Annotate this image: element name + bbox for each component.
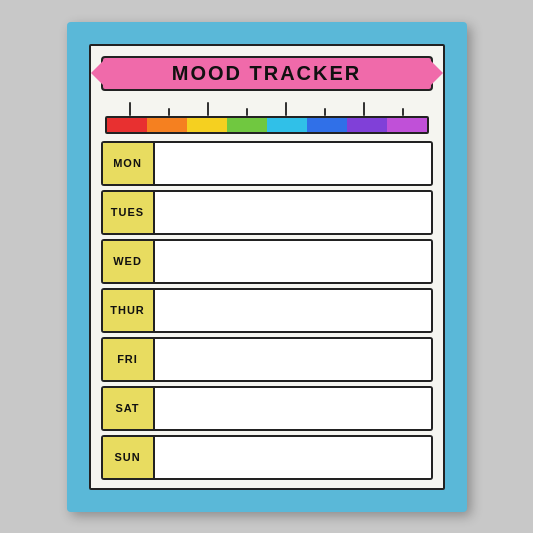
tick-6 — [324, 108, 326, 116]
scale-area — [105, 98, 429, 134]
blue-border: MOOD TRACKER MON TUES — [67, 22, 467, 512]
tick-4 — [246, 108, 248, 116]
banner: MOOD TRACKER — [101, 56, 433, 91]
day-row-thur: THUR — [101, 288, 433, 333]
day-content-fri[interactable] — [155, 339, 431, 380]
day-content-tues[interactable] — [155, 192, 431, 233]
day-label-tues: TUES — [103, 192, 155, 233]
tick-5 — [285, 102, 287, 116]
tick-3 — [207, 102, 209, 116]
day-content-sat[interactable] — [155, 388, 431, 429]
day-row-fri: FRI — [101, 337, 433, 382]
tick-8 — [402, 108, 404, 116]
day-row-tues: TUES — [101, 190, 433, 235]
day-content-sun[interactable] — [155, 437, 431, 478]
day-label-sun: SUN — [103, 437, 155, 478]
tick-2 — [168, 108, 170, 116]
day-label-mon: MON — [103, 143, 155, 184]
tracker-card: MOOD TRACKER MON TUES — [89, 44, 445, 490]
day-content-thur[interactable] — [155, 290, 431, 331]
day-label-thur: THUR — [103, 290, 155, 331]
day-row-sat: SAT — [101, 386, 433, 431]
tracker-title: MOOD TRACKER — [172, 62, 362, 84]
tick-7 — [363, 102, 365, 116]
day-row-wed: WED — [101, 239, 433, 284]
day-label-fri: FRI — [103, 339, 155, 380]
rainbow-bar — [105, 116, 429, 134]
day-row-mon: MON — [101, 141, 433, 186]
day-content-wed[interactable] — [155, 241, 431, 282]
day-content-mon[interactable] — [155, 143, 431, 184]
tick-row — [105, 98, 429, 116]
day-label-wed: WED — [103, 241, 155, 282]
tick-1 — [129, 102, 131, 116]
day-row-sun: SUN — [101, 435, 433, 480]
days-list: MON TUES WED THUR FRI SAT — [101, 141, 433, 480]
day-label-sat: SAT — [103, 388, 155, 429]
